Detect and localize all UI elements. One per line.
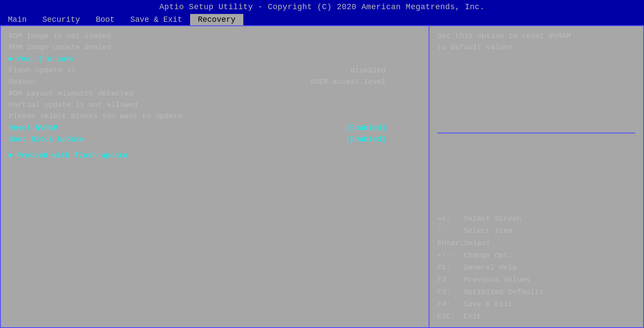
title-text: Aptio Setup Utility - Copyright (C) 2020… [160,3,485,11]
key-f3-label: F3: [437,286,463,298]
key-f2-label: F2: [437,274,463,286]
reset-nvram-row[interactable]: Reset NVRAM [Enabled] [9,123,421,134]
key-f1-label: F1: [437,262,463,274]
divider [437,133,635,133]
select-blocks: Please select blocks you want to update [9,111,421,122]
partial-update-not-allowed: Partial update is not allowed [9,99,421,111]
flash-update-value: disabled [350,65,386,76]
boot-block-value: [Enabled] [346,134,386,145]
help-text: Set this option to reset NVRAM to defaul… [437,31,635,54]
boot-block-row[interactable]: Boot Block Update [Enabled] [9,134,421,145]
proceed-arrow-icon: ► [9,151,13,160]
title-bar: Aptio Setup Utility - Copyright (C) 2020… [0,0,644,13]
key-help: ⇔⇕: Select Screen ↑↓: Select Item Enter:… [437,213,635,323]
key-f2: F2: Previous Values [437,274,635,286]
help-line2: to default values [437,43,513,51]
tab-save-exit[interactable]: Save & Exit [123,14,190,25]
key-esc-label: ESC: [437,311,463,323]
key-select-screen: ⇔⇕: Select Screen [437,213,635,225]
key-f4-label: F4: [437,298,463,311]
right-panel: Set this option to reset NVRAM to defaul… [429,26,643,327]
tab-security[interactable]: Security [34,14,88,25]
yes-im-sure[interactable]: ► Yes, I'm sure [9,54,421,65]
reset-nvram-label: Reset NVRAM [9,123,58,134]
rom-not-loaded: ROM Image is not loaded [9,31,421,42]
flash-update-row: Flash update is disabled [9,65,421,76]
tab-main[interactable]: Main [0,14,34,25]
help-line1: Set this option to reset NVRAM [437,32,571,40]
reason-value: USER access level [310,76,386,88]
bios-app: Aptio Setup Utility - Copyright (C) 2020… [0,0,644,328]
rom-update-denied: ROM Image update denied [9,42,421,53]
key-enter: Enter: Select [437,237,635,249]
boot-block-label: Boot Block Update [9,134,84,145]
nav-tabs: Main Security Boot Save & Exit Recovery [0,13,644,25]
key-plusminus-label: +/-: [437,249,463,262]
main-content: ROM Image is not loaded ROM Image update… [0,25,644,328]
key-f3: F3: Optimized Defaults [437,286,635,298]
key-f1: F1: General Help [437,262,635,274]
arrow-icon: ► [9,54,13,65]
tab-boot[interactable]: Boot [88,14,123,25]
reset-nvram-value: [Enabled] [346,123,386,134]
flash-update-label: Flash update is [9,65,75,76]
key-f4: F4: Save & Exit [437,298,635,311]
key-arrows-ud-icon: ↑↓: [437,225,463,237]
rom-layout-mismatch: ROM Layout mismatch detected [9,88,421,99]
key-arrows-lr-icon: ⇔⇕: [437,213,463,225]
key-esc: ESC: Exit [437,311,635,323]
proceed-line[interactable]: ► Proceed with flash update [9,151,421,160]
reason-row: Reason USER access level [9,76,421,88]
reason-label: Reason [9,76,35,88]
tab-recovery[interactable]: Recovery [190,14,243,25]
left-panel: ROM Image is not loaded ROM Image update… [1,26,429,327]
key-select-item: ↑↓: Select Item [437,225,635,237]
key-enter-label: Enter: [437,237,464,249]
key-plus-minus: +/-: Change Opt. [437,249,635,262]
